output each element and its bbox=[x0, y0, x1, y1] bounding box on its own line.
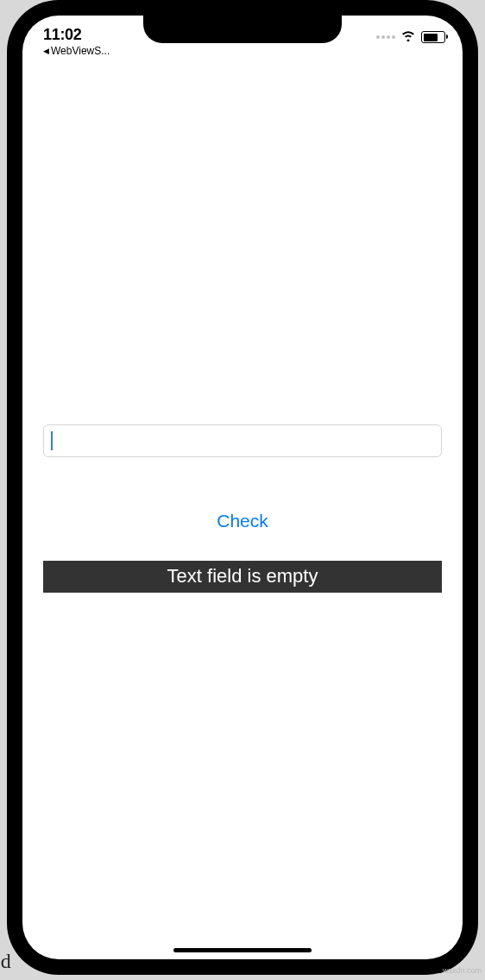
home-indicator[interactable] bbox=[173, 948, 312, 952]
wifi-icon bbox=[400, 29, 416, 45]
text-cursor bbox=[51, 431, 53, 450]
device-frame: 11:02 WebViewS... bbox=[7, 0, 478, 975]
battery-icon bbox=[421, 31, 445, 43]
back-app-label: WebViewS... bbox=[51, 45, 110, 57]
text-input[interactable] bbox=[43, 424, 442, 457]
status-bar-left: 11:02 WebViewS... bbox=[43, 26, 110, 57]
app-content: Check Text field is empty bbox=[22, 16, 463, 959]
back-to-app-button[interactable]: WebViewS... bbox=[43, 45, 110, 57]
status-bar-right bbox=[376, 29, 445, 45]
background-text: ed bbox=[0, 950, 11, 973]
notch bbox=[143, 16, 342, 43]
check-button[interactable]: Check bbox=[22, 511, 463, 531]
status-time: 11:02 bbox=[43, 26, 82, 44]
screen: 11:02 WebViewS... bbox=[22, 16, 463, 959]
watermark: wsxdn.com bbox=[443, 966, 482, 975]
result-label: Text field is empty bbox=[43, 561, 442, 593]
signal-dots-icon bbox=[376, 35, 395, 39]
